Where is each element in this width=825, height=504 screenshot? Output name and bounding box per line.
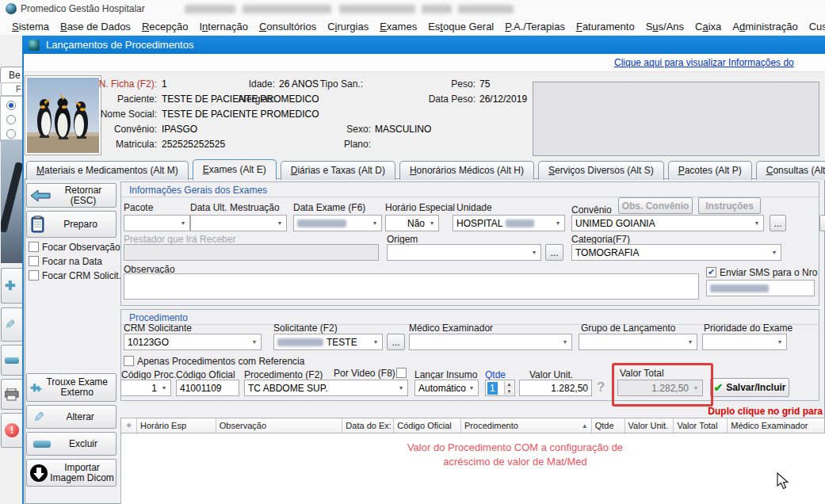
spin-up-icon[interactable]: ▲ (504, 381, 514, 388)
menu-item-sus-ans[interactable]: Sus/Ans (640, 21, 689, 32)
grid-col-data[interactable]: Data do Ex: (342, 418, 394, 433)
focar-crm-checkbox[interactable] (29, 270, 39, 281)
menu-item-base-de-dados[interactable]: Base de Dados (55, 21, 136, 32)
focar-na-data-checkbox[interactable] (29, 256, 39, 266)
background-delete-button[interactable] (1, 345, 24, 376)
tab-materiais[interactable]: Materiais e Medicamentos (Alt M) (26, 161, 189, 180)
dropdown-arrow-icon[interactable]: ▾ (774, 335, 785, 349)
dropdown-arrow-icon[interactable]: ▾ (159, 381, 170, 395)
background-add-button[interactable]: ✚ (1, 268, 24, 304)
convenio-ellipsis-button[interactable]: ... (770, 215, 786, 231)
dropdown-arrow-icon[interactable]: ▾ (560, 335, 571, 349)
tab-consultas[interactable]: Consultas (Alt C) (756, 161, 825, 180)
tab-exames[interactable]: Exames (Alt E) (193, 159, 277, 180)
procedimento-combo[interactable]: TC ABDOME SUP. ▾ (244, 380, 408, 396)
prestador-combo[interactable] (124, 244, 379, 261)
cut-button-fragment[interactable] (819, 215, 825, 231)
dropdown-arrow-icon[interactable]: ▾ (466, 381, 477, 395)
menu-item-sistema[interactable]: Sistema (6, 21, 55, 32)
menu-item-recepcao[interactable]: Recepção (136, 21, 194, 32)
dropdown-arrow-icon[interactable]: ▾ (178, 216, 189, 230)
categoria-combo[interactable]: TOMOGRAFIA ▾ (571, 244, 781, 261)
alterar-button[interactable]: ✎ Alterar (26, 405, 116, 429)
grid-col-valor-total[interactable]: Valor Total (674, 418, 728, 433)
radio-button[interactable] (6, 115, 16, 124)
valor-unit-input[interactable]: 1.282,50 (519, 380, 592, 396)
enviar-sms-checkbox[interactable]: ✔ (706, 267, 716, 277)
grid-col-procedimento[interactable]: Procedimento ▲ (461, 418, 592, 433)
menu-item-estoque-geral[interactable]: Estoque Geral (422, 21, 499, 32)
data-exame-combo[interactable]: ▾ (293, 215, 382, 231)
dropdown-arrow-icon[interactable]: ▾ (370, 335, 381, 349)
menu-item-caixa[interactable]: Caixa (689, 21, 727, 32)
grupo-lancamento-combo[interactable]: ▾ (579, 334, 697, 350)
background-alert-button[interactable]: ! (1, 413, 24, 448)
menu-item-cirurgias[interactable]: Cirurgias (322, 21, 374, 32)
retornar-button[interactable]: Retornar (ESC) (26, 183, 116, 208)
grid-col-observacao[interactable]: Observação (216, 418, 343, 433)
crm-solicitante-combo[interactable]: 10123GO ▾ (124, 334, 262, 350)
apenas-referencia-checkbox[interactable] (124, 356, 134, 366)
obs-convenio-button[interactable]: Obs. Convênio (618, 197, 693, 214)
grid-col-medico[interactable]: Médico Examinador (728, 418, 824, 433)
menu-item-administracao[interactable]: Administração (727, 21, 803, 32)
radio-button[interactable] (6, 129, 16, 139)
dropdown-arrow-icon[interactable]: ▾ (529, 246, 540, 259)
sms-number-input[interactable] (706, 280, 815, 296)
menu-item-pa-terapias[interactable]: P.A./Terapias (499, 21, 571, 32)
importar-imagem-dicom-button[interactable]: Importar Imagem Dicom (26, 459, 116, 487)
trouxe-exame-externo-button[interactable]: ✚✚ Trouxe Exame Externo (26, 373, 116, 402)
por-video-checkbox[interactable] (396, 368, 407, 378)
valor-total-combo[interactable]: 1.282,50 ▾ (617, 380, 703, 396)
instrucoes-button[interactable]: Instruções (698, 197, 761, 214)
solicitante-combo[interactable]: TESTE ▾ (273, 334, 383, 350)
tab-diarias[interactable]: Diárias e Taxas (Alt D) (281, 161, 395, 180)
prioridade-combo[interactable]: ▾ (702, 334, 787, 350)
tab-honorarios[interactable]: Honorários Médicos (Alt H) (399, 161, 534, 180)
medico-examinador-combo[interactable]: ▾ (409, 334, 572, 350)
tab-pacotes[interactable]: Pacotes (Alt P) (668, 161, 752, 180)
menu-item-custo[interactable]: Custo (804, 21, 825, 32)
grid-col-qtde[interactable]: Qtde (592, 418, 625, 433)
origem-combo[interactable]: ▾ (387, 244, 541, 261)
menu-item-exames[interactable]: Exames (374, 21, 422, 32)
origem-ellipsis-button[interactable]: ... (545, 244, 563, 261)
grid-col-marker[interactable]: ✳ (121, 418, 137, 433)
focar-observacao-checkbox[interactable] (29, 242, 39, 252)
menu-item-internacao[interactable]: Internação (193, 21, 253, 32)
solicitante-ellipsis-button[interactable]: ... (387, 334, 405, 350)
horario-especial-combo[interactable]: Não ▾ (385, 215, 439, 231)
background-edit-button[interactable]: ✎ (1, 307, 24, 342)
background-print-button[interactable] (1, 379, 24, 410)
qtde-stepper[interactable]: 1 ▲▼ (485, 380, 515, 396)
lancar-insumo-combo[interactable]: Automático ▾ (414, 380, 479, 396)
grid-col-codigo-oficial[interactable]: Código Oficial (394, 418, 461, 433)
data-ult-combo[interactable]: ▾ (190, 215, 287, 231)
tab-servicos[interactable]: Serviços Diversos (Alt S) (538, 161, 664, 180)
spin-down-icon[interactable]: ▼ (504, 388, 514, 395)
menu-item-consultorios[interactable]: Consultórios (254, 21, 322, 32)
dropdown-arrow-icon[interactable]: ▾ (426, 216, 437, 230)
radio-button-selected[interactable] (6, 101, 16, 110)
dialog-titlebar[interactable]: Lançamentos de Procedimentos (22, 36, 825, 54)
convenio-combo[interactable]: UNIMED GOIANIA ▾ (571, 215, 764, 231)
grid-col-horario[interactable]: Horário Esp (137, 418, 216, 433)
codigo-proc-combo[interactable]: 1 ▾ (120, 380, 171, 396)
dropdown-arrow-icon[interactable]: ▾ (751, 216, 762, 230)
dropdown-arrow-icon[interactable]: ▾ (395, 381, 407, 395)
visualizar-informacoes-link[interactable]: Clique aqui para visualizar Informações … (614, 57, 794, 68)
dropdown-arrow-icon[interactable]: ▾ (685, 335, 696, 349)
excluir-button[interactable]: Excluir (26, 432, 116, 456)
unidade-combo[interactable]: HOSPITAL ▾ (453, 215, 565, 231)
dropdown-arrow-icon[interactable]: ▾ (552, 216, 563, 230)
dropdown-arrow-icon[interactable]: ▾ (769, 246, 780, 259)
pacote-combo[interactable]: ▾ (124, 215, 190, 231)
observacao-input[interactable] (124, 273, 699, 300)
dropdown-arrow-icon[interactable]: ▾ (369, 216, 380, 230)
preparo-button[interactable]: Preparo (26, 211, 116, 238)
menu-item-faturamento[interactable]: Faturamento (571, 21, 640, 32)
dropdown-arrow-icon[interactable]: ▾ (249, 335, 260, 349)
salvar-incluir-button[interactable]: ✔ Salvar/Incluir (710, 378, 789, 397)
codigo-oficial-input[interactable]: 41001109 (176, 380, 239, 396)
grid-col-valor-unit[interactable]: Valor Unit. (625, 418, 674, 433)
